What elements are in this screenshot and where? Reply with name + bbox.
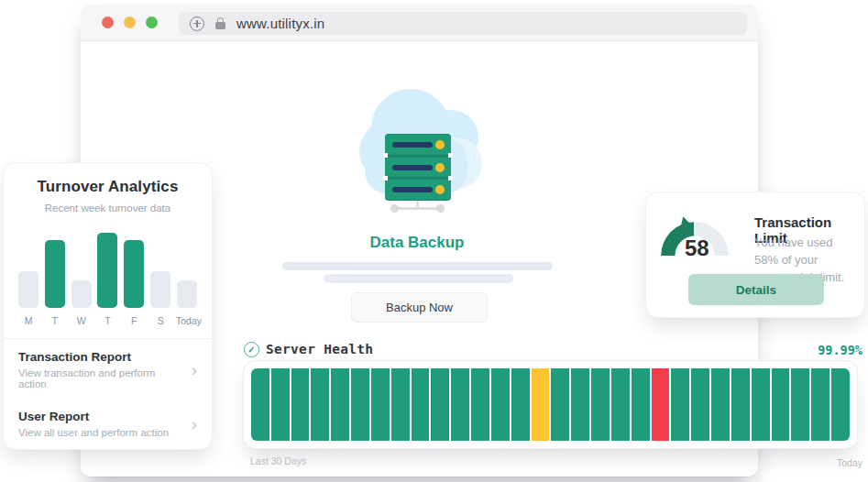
day-label: T (44, 315, 66, 326)
health-segment-ok (811, 368, 830, 441)
item-description: View transaction and perform action (18, 367, 186, 389)
health-segment-ok (431, 368, 449, 441)
network-node-icon (436, 204, 445, 213)
period-end-label: Today (725, 457, 863, 468)
card-subtitle: Recent week turnover data (4, 203, 212, 214)
close-window-button[interactable] (102, 16, 114, 28)
health-segment-strip (251, 368, 850, 441)
health-segment-ok (752, 368, 770, 441)
period-start-label: Last 30 Days (250, 455, 306, 466)
health-segment-ok (491, 368, 510, 441)
item-label: Transaction Report (18, 350, 186, 364)
minimize-window-button[interactable] (124, 16, 136, 28)
placeholder-line (324, 274, 513, 283)
network-line (396, 207, 440, 210)
chevron-right-icon: › (186, 415, 197, 433)
item-label: User Report (18, 410, 169, 423)
turnover-bar (45, 240, 65, 308)
placeholder-line (282, 262, 553, 270)
user-report-item[interactable]: User Report View all user and perform ac… (4, 399, 212, 447)
server-health-card (243, 360, 858, 449)
url-text: www.utilityx.in (236, 16, 324, 31)
gauge-value: 58 (685, 236, 709, 261)
browser-titlebar: www.utilityx.in (81, 5, 758, 41)
address-bar[interactable]: www.utilityx.in (179, 12, 747, 35)
health-segment-ok (511, 368, 530, 441)
day-label: S (149, 315, 171, 326)
health-segment-ok (391, 368, 410, 441)
health-segment-ok (731, 368, 750, 441)
day-label: T (96, 315, 118, 326)
turnover-bar (150, 271, 170, 308)
circle-plus-icon (190, 16, 204, 31)
health-segment-ok (311, 368, 329, 441)
health-segment-ok (571, 368, 589, 441)
server-health-title: Server Health (266, 342, 373, 356)
card-title: Turnover Analytics (4, 178, 212, 196)
desktop: www.utilityx.in Data Backup Backup Now (0, 0, 868, 482)
health-segment-ok (671, 368, 689, 441)
turnover-bar (71, 280, 92, 308)
cloud-backup-illustration (357, 87, 486, 220)
health-segment-ok (371, 368, 390, 441)
day-label: F (123, 315, 145, 326)
transaction-limit-card: 58 Transaction Limit You have used 58% o… (645, 192, 865, 318)
bar-chart-day-labels: MTWTFSToday (17, 315, 198, 326)
health-segment-ok (691, 368, 709, 441)
lock-icon (215, 17, 225, 29)
health-segment-ok (351, 368, 369, 441)
health-segment-warn (532, 368, 550, 441)
health-segment-ok (772, 368, 790, 441)
health-segment-ok (611, 368, 630, 441)
zoom-window-button[interactable] (146, 16, 158, 28)
network-node-icon (390, 204, 399, 213)
health-segment-ok (831, 368, 850, 441)
backup-now-button[interactable]: Backup Now (351, 292, 488, 323)
health-segment-ok (451, 368, 469, 441)
health-segment-ok (791, 368, 809, 441)
health-segment-ok (471, 368, 489, 441)
usage-gauge: 58 (661, 222, 729, 256)
window-controls (81, 16, 158, 28)
turnover-bar (177, 280, 197, 308)
health-segment-ok (591, 368, 610, 441)
health-segment-ok (291, 368, 310, 441)
details-button[interactable]: Details (688, 274, 824, 305)
transaction-report-item[interactable]: Transaction Report View transaction and … (4, 339, 212, 399)
health-segment-ok (711, 368, 730, 441)
health-segment-ok (551, 368, 569, 441)
item-description: View all user and perform action (18, 427, 169, 438)
turnover-bar (18, 271, 38, 308)
turnover-bar (124, 240, 144, 308)
day-label: Today (176, 315, 198, 326)
health-segment-ok (251, 368, 269, 441)
day-label: W (71, 315, 93, 326)
health-segment-down (652, 368, 670, 441)
server-stack-icon (385, 134, 451, 201)
health-segment-ok (632, 368, 650, 441)
turnover-analytics-card: Turnover Analytics Recent week turnover … (3, 162, 213, 450)
uptime-percentage: 99.99% (725, 343, 863, 357)
chevron-right-icon: › (186, 361, 197, 378)
health-segment-ok (331, 368, 349, 441)
health-segment-ok (412, 368, 430, 441)
check-circle-icon: ✓ (244, 342, 259, 357)
day-label: M (17, 315, 39, 326)
turnover-bar (97, 233, 117, 308)
page-title: Data Backup (302, 234, 532, 252)
weekly-turnover-bar-chart (17, 231, 198, 308)
health-segment-ok (271, 368, 290, 441)
